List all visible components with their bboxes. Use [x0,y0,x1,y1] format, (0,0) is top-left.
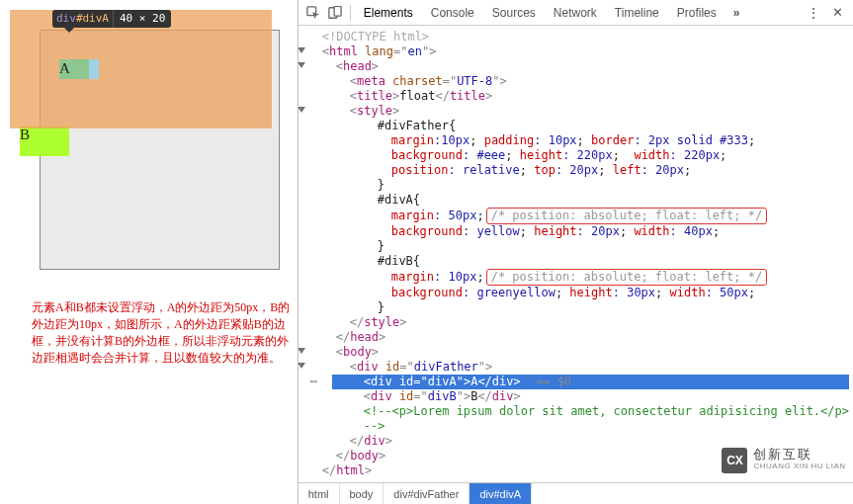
divB-preview: B [20,126,69,156]
tooltip-tagname: div [56,10,76,28]
element-tooltip: div #divA 40 × 20 [52,10,171,28]
divA-preview: A [59,59,99,79]
svg-rect-2 [334,6,341,16]
eq-dollar-zero: == $0 [521,375,571,388]
divB-label: B [20,126,30,142]
gutter-ellipsis-icon: ⋯ [308,375,332,389]
tabs-overflow-icon[interactable]: » [725,6,749,20]
tab-network[interactable]: Network [545,0,606,26]
margin-overlay [10,10,272,128]
tab-profiles[interactable]: Profiles [668,0,725,26]
html-comment: <!--<p>Lorem ipsum dolor sit amet, conse… [364,404,849,433]
commented-css-annotation: /* position: absolute; float: left; */ [486,269,768,286]
crumb-divfather[interactable]: div#divFather [384,483,469,504]
twisty-icon[interactable] [299,107,305,113]
explanation-text: 元素A和B都未设置浮动，A的外边距为50px，B的外边距为10px，如图所示，A… [32,299,299,367]
selected-dom-node[interactable]: ⋯ <div id="divA">A</div> == $0 [308,375,849,389]
devtools-toolbar: Elements Console Sources Network Timelin… [299,0,853,26]
breadcrumb: html body div#divFather div#divA [299,482,853,504]
tab-elements[interactable]: Elements [355,0,422,26]
device-toggle-icon[interactable] [324,2,346,24]
tab-console[interactable]: Console [422,0,483,26]
tooltip-id: #divA [76,10,109,28]
watermark-zh: 创新互联 [753,449,845,461]
twisty-icon[interactable] [299,62,305,68]
tab-sources[interactable]: Sources [483,0,545,26]
tab-timeline[interactable]: Timeline [606,0,668,26]
close-devtools-icon[interactable]: ✕ [826,5,849,20]
doctype: <!DOCTYPE html> [322,30,429,43]
watermark: CX 创新互联 CHUANG XIN HU LIAN [715,441,853,480]
toolbar-separator [350,5,351,21]
twisty-icon[interactable] [299,363,305,369]
css-rule: #divFather{ [308,119,849,133]
twisty-icon[interactable] [299,348,305,354]
dom-tree[interactable]: <!DOCTYPE html> <html lang="en"> <head> … [299,26,853,482]
crumb-diva[interactable]: div#divA [469,483,532,504]
devtools-panel: Elements Console Sources Network Timelin… [298,0,853,504]
css-rule: #divB{ [308,254,849,269]
watermark-logo: CX [722,448,747,473]
inspect-icon[interactable] [302,2,324,24]
page-preview-pane: div #divA 40 × 20 A B 元素A和B都未设置浮动，A的外边距为… [0,0,298,504]
css-rule: #divA{ [308,193,849,208]
crumb-body[interactable]: body [340,483,384,504]
commented-css-annotation: /* position: absolute; float: left; */ [486,208,768,224]
watermark-en: CHUANG XIN HU LIAN [753,461,845,472]
crumb-html[interactable]: html [299,483,340,504]
twisty-icon[interactable] [299,47,305,53]
settings-menu-icon[interactable]: ⋮ [801,5,826,21]
tooltip-dimensions: 40 × 20 [113,10,171,28]
divA-label: A [59,59,89,79]
